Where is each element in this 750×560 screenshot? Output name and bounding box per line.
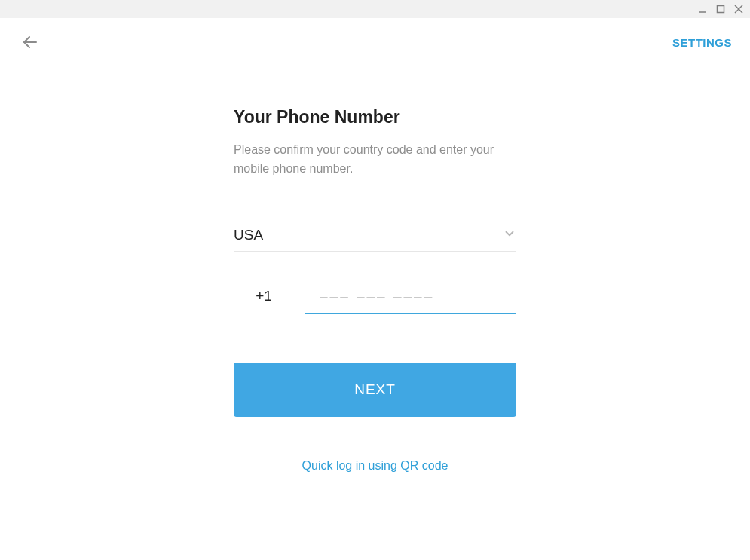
login-form: Your Phone Number Please confirm your co…	[234, 66, 516, 473]
back-button[interactable]	[18, 30, 42, 54]
minimize-button[interactable]	[697, 4, 708, 14]
window-titlebar	[0, 0, 750, 18]
country-select-label: USA	[234, 227, 263, 243]
chevron-down-icon	[503, 227, 516, 243]
close-button[interactable]	[733, 4, 744, 14]
arrow-left-icon	[21, 33, 39, 51]
qr-login-link[interactable]: Quick log in using QR code	[234, 459, 516, 473]
svg-rect-1	[718, 6, 724, 13]
phone-row	[234, 282, 516, 314]
country-code-input[interactable]	[234, 282, 294, 314]
maximize-button[interactable]	[715, 4, 726, 14]
settings-link[interactable]: SETTINGS	[672, 36, 732, 49]
next-button[interactable]: NEXT	[234, 363, 516, 417]
page-subtitle: Please confirm your country code and ent…	[234, 141, 516, 179]
topbar: SETTINGS	[0, 18, 750, 66]
country-select[interactable]: USA	[234, 227, 516, 252]
page-title: Your Phone Number	[234, 107, 516, 127]
phone-number-input[interactable]	[305, 282, 516, 314]
